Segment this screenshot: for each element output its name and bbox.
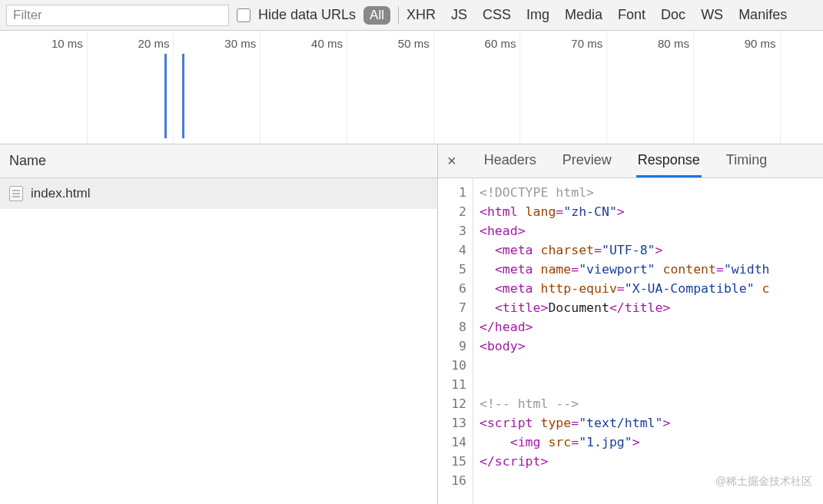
timeline-tick: 10 ms	[51, 37, 83, 50]
request-row[interactable]: index.html	[0, 178, 437, 209]
timeline-tick: 60 ms	[485, 37, 516, 50]
timeline-tick: 70 ms	[571, 37, 602, 50]
filter-type-xhr[interactable]: XHR	[407, 7, 436, 23]
filter-toolbar: Hide data URLs All XHRJSCSSImgMediaFontD…	[0, 0, 823, 31]
timeline-tick: 80 ms	[658, 37, 689, 50]
network-split: Name index.html × HeadersPreviewResponse…	[0, 144, 823, 504]
tab-response[interactable]: Response	[636, 145, 702, 177]
timeline-request-bar[interactable]	[164, 54, 167, 138]
timeline-tick: 50 ms	[398, 37, 430, 50]
filter-type-img[interactable]: Img	[526, 7, 549, 23]
filter-type-manifes[interactable]: Manifes	[738, 7, 787, 23]
response-source: 12345678910111213141516 <!DOCTYPE html><…	[438, 178, 823, 504]
timeline-tick: 90 ms	[745, 37, 776, 50]
tab-preview[interactable]: Preview	[561, 145, 613, 177]
filter-type-ws[interactable]: WS	[701, 7, 723, 23]
timeline-request-bar[interactable]	[182, 54, 184, 138]
filter-type-css[interactable]: CSS	[483, 7, 511, 23]
tab-timing[interactable]: Timing	[725, 145, 768, 177]
tab-headers[interactable]: Headers	[483, 145, 538, 177]
hide-data-urls-label[interactable]: Hide data URLs	[258, 7, 356, 23]
filter-type-all[interactable]: All	[363, 6, 390, 25]
source-code[interactable]: <!DOCTYPE html><html lang="zh-CN"><head>…	[473, 178, 823, 504]
filter-type-media[interactable]: Media	[565, 7, 602, 23]
hide-data-urls-checkbox[interactable]	[237, 8, 251, 22]
detail-panel: × HeadersPreviewResponseTiming 123456789…	[438, 144, 823, 504]
filter-type-doc[interactable]: Doc	[661, 7, 685, 23]
separator	[398, 6, 399, 25]
close-icon[interactable]: ×	[443, 152, 461, 170]
timeline-tick: 30 ms	[224, 37, 256, 50]
timeline-tick: 20 ms	[138, 37, 170, 50]
timeline-tick: 40 ms	[311, 37, 343, 50]
request-name: index.html	[31, 186, 90, 201]
timeline-overview[interactable]: 10 ms20 ms30 ms40 ms50 ms60 ms70 ms80 ms…	[0, 31, 823, 144]
filter-input[interactable]	[6, 5, 229, 26]
request-list-panel: Name index.html	[0, 144, 438, 504]
filter-type-font[interactable]: Font	[618, 7, 645, 23]
name-column-header[interactable]: Name	[0, 144, 437, 178]
filter-type-js[interactable]: JS	[451, 7, 467, 23]
detail-tabs: × HeadersPreviewResponseTiming	[438, 144, 823, 178]
watermark: @稀土掘金技术社区	[715, 475, 812, 489]
line-gutter: 12345678910111213141516	[438, 178, 473, 504]
document-icon	[9, 186, 23, 201]
filter-type-tabs: XHRJSCSSImgMediaFontDocWSManifes	[407, 7, 787, 23]
